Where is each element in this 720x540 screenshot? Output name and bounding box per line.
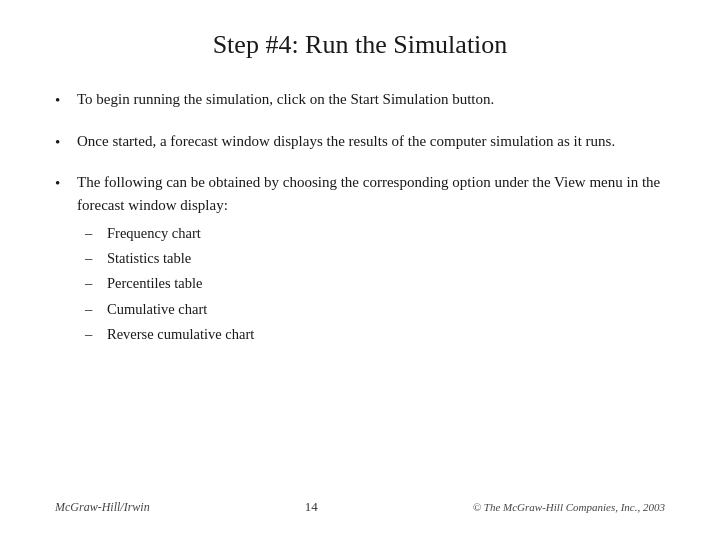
bullet-dot-2: • (55, 130, 77, 154)
bullet-item-1: • To begin running the simulation, click… (55, 88, 665, 112)
footer-left: McGraw-Hill/Irwin (55, 500, 150, 515)
sub-text-2: Statistics table (107, 247, 191, 270)
footer-page-number: 14 (305, 499, 318, 515)
sub-dash-2: – (85, 247, 107, 270)
bullet-text-3: The following can be obtained by choosin… (77, 171, 665, 346)
sub-dash-5: – (85, 323, 107, 346)
sub-item-1: – Frequency chart (85, 222, 665, 245)
sub-text-3: Percentiles table (107, 272, 202, 295)
bullet-dot-3: • (55, 171, 77, 195)
content-area: • To begin running the simulation, click… (55, 88, 665, 491)
footer-right: © The McGraw-Hill Companies, Inc., 2003 (473, 501, 665, 513)
slide-container: Step #4: Run the Simulation • To begin r… (0, 0, 720, 540)
sub-dash-3: – (85, 272, 107, 295)
bullet-text-3-main: The following can be obtained by choosin… (77, 174, 660, 213)
bullet-item-2: • Once started, a forecast window displa… (55, 130, 665, 154)
sub-list: – Frequency chart – Statistics table – P… (85, 222, 665, 346)
bullet-item-3: • The following can be obtained by choos… (55, 171, 665, 346)
sub-text-1: Frequency chart (107, 222, 201, 245)
sub-item-5: – Reverse cumulative chart (85, 323, 665, 346)
sub-text-5: Reverse cumulative chart (107, 323, 254, 346)
bullet-text-1: To begin running the simulation, click o… (77, 88, 665, 111)
sub-dash-1: – (85, 222, 107, 245)
sub-dash-4: – (85, 298, 107, 321)
bullet-text-2: Once started, a forecast window displays… (77, 130, 665, 153)
sub-item-4: – Cumulative chart (85, 298, 665, 321)
sub-item-3: – Percentiles table (85, 272, 665, 295)
bullet-dot-1: • (55, 88, 77, 112)
slide-title: Step #4: Run the Simulation (55, 30, 665, 60)
sub-text-4: Cumulative chart (107, 298, 207, 321)
footer: McGraw-Hill/Irwin 14 © The McGraw-Hill C… (55, 491, 665, 515)
sub-item-2: – Statistics table (85, 247, 665, 270)
